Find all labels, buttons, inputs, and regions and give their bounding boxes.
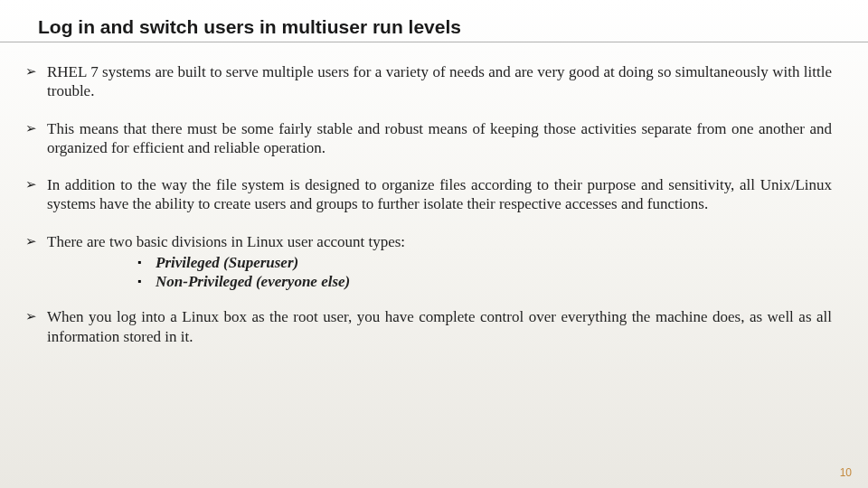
- bullet-lead-text: There are two basic divisions in Linux u…: [47, 233, 405, 250]
- sub-text: Privileged (Superuser): [156, 253, 298, 272]
- bullet-item: ➢ RHEL 7 systems are built to serve mult…: [25, 62, 832, 101]
- bullet-arrow-icon: ➢: [25, 232, 47, 250]
- bullet-text: RHEL 7 systems are built to serve multip…: [47, 62, 832, 101]
- bullet-item: ➢ There are two basic divisions in Linux…: [25, 232, 832, 292]
- sub-item: ▪ Non-Privileged (everyone else): [137, 272, 832, 291]
- bullet-text: In addition to the way the file system i…: [47, 175, 832, 214]
- bullet-item: ➢ This means that there must be some fai…: [25, 119, 832, 158]
- sub-text: Non-Privileged (everyone else): [156, 272, 350, 291]
- bullet-text: This means that there must be some fairl…: [47, 119, 832, 158]
- slide-title: Log in and switch users in multiuser run…: [0, 0, 868, 42]
- bullet-arrow-icon: ➢: [25, 119, 47, 137]
- bullet-arrow-icon: ➢: [25, 175, 47, 193]
- page-number: 10: [840, 466, 852, 479]
- slide-content: ➢ RHEL 7 systems are built to serve mult…: [0, 62, 868, 346]
- sub-item: ▪ Privileged (Superuser): [137, 253, 832, 272]
- sub-list: ▪ Privileged (Superuser) ▪ Non-Privilege…: [137, 253, 832, 292]
- bullet-text: When you log into a Linux box as the roo…: [47, 307, 832, 346]
- bullet-item: ➢ When you log into a Linux box as the r…: [25, 307, 832, 346]
- square-bullet-icon: ▪: [137, 253, 156, 269]
- bullet-text: There are two basic divisions in Linux u…: [47, 232, 832, 292]
- bullet-item: ➢ In addition to the way the file system…: [25, 175, 832, 214]
- square-bullet-icon: ▪: [137, 272, 156, 288]
- bullet-arrow-icon: ➢: [25, 307, 47, 325]
- bullet-arrow-icon: ➢: [25, 62, 47, 80]
